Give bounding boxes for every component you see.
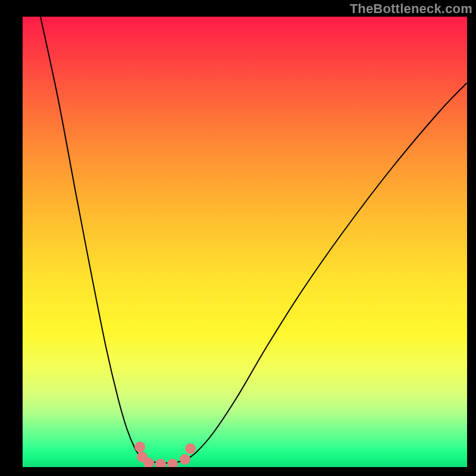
bottleneck-curve [23, 17, 467, 467]
marker-right-lower [180, 454, 190, 465]
marker-right-upper [185, 443, 196, 454]
chart-frame: TheBottleneck.com [0, 0, 476, 476]
plot-area [23, 17, 467, 467]
marker-left-upper [134, 441, 145, 452]
watermark-text: TheBottleneck.com [350, 1, 472, 17]
curve-path [40, 17, 466, 463]
marker-bottom-2 [155, 459, 166, 467]
marker-bottom-3 [167, 459, 178, 467]
